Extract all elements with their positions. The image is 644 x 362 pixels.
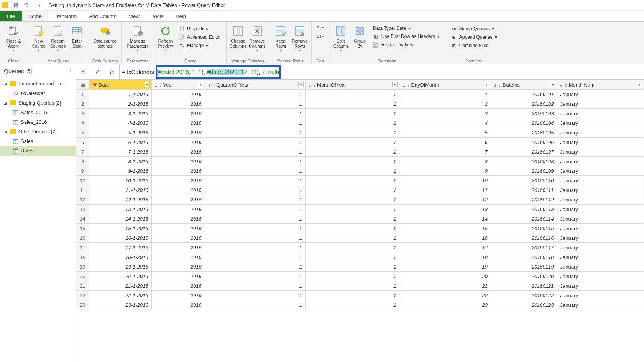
column-filter-button[interactable]: ▾ [198,82,203,87]
column-header[interactable]: AᴮcMonth Nam▾ [557,80,644,90]
manage-button[interactable]: 🗂Manage ▾ [177,42,222,49]
group-new-query-label: New Query [30,58,86,63]
table-row[interactable]: 33-1-2016201611320160103January [76,109,644,118]
manage-parameters-button[interactable]: Manage Parameters [124,23,151,54]
new-source-button[interactable]: New Source [30,23,48,54]
table-row[interactable]: 2020-1-20162016112020160120January [76,272,644,281]
column-filter-button[interactable]: ▾ [298,82,304,87]
split-column-button[interactable]: Split Column [332,23,350,54]
tree-item[interactable]: fxfxCalendar [0,88,76,98]
column-header[interactable]: 📅Date▾ [89,80,152,90]
data-type-button[interactable]: Data Type: Date ▾ [371,25,441,32]
tab-help[interactable]: Help [169,11,192,21]
tab-transform[interactable]: Transform [48,11,83,21]
advanced-editor-button[interactable]: 📝Advanced Editor [177,33,222,41]
data-source-settings-label: Data source settings [94,39,116,48]
table-row[interactable]: 1717-1-20162016111720160117January [76,243,644,252]
undo-button[interactable] [22,2,30,9]
table-row[interactable]: 11-1-2016201611120160101January [76,90,644,99]
table-row[interactable]: 1010-1-20162016111020160110January [76,176,644,185]
sort-asc-button[interactable]: A↓Z [316,25,324,31]
tree-item[interactable]: Dates [0,146,76,156]
tab-add-column[interactable]: Add Column [83,11,123,21]
close-apply-label: Close & Apply [6,39,21,48]
table-row[interactable]: 1818-1-20162016111820160118January [76,252,644,262]
tab-tools[interactable]: Tools [146,11,169,21]
column-filter-button[interactable]: ▾ [550,82,555,87]
tab-file[interactable]: File [0,11,22,21]
table-row[interactable]: 2121-1-20162016112120160121January [76,281,644,291]
tab-view[interactable]: View [123,11,146,21]
enter-data-label: Enter Data [72,39,82,48]
append-queries-button[interactable]: ⊕Append Queries ▾ [449,33,499,41]
table-row[interactable]: 1919-1-20162016111920160119January [76,262,644,272]
table-row[interactable]: 1212-1-20162016111220160112January [76,195,644,205]
refresh-icon [159,25,172,37]
group-parameters-label: Parameters [124,58,151,63]
refresh-preview-button[interactable]: Refresh Preview [156,23,175,54]
cancel-formula-button[interactable]: ✕ [76,64,90,79]
fx-button[interactable]: fx [105,64,120,79]
group-by-button[interactable]: Group By [351,23,369,50]
commit-formula-button[interactable]: ✓ [90,64,105,79]
combine-files-button[interactable]: 🗎Combine Files [449,42,499,49]
sort-desc-button[interactable]: Z↓A [316,33,324,39]
collapse-queries-button[interactable]: 〈 [66,67,72,74]
column-header[interactable]: 1²₃QuarterOfYear▾ [205,80,305,90]
tab-home[interactable]: Home [22,11,48,21]
table-row[interactable]: 1414-1-20162016111420160114January [76,214,644,224]
formula-input[interactable]: = fxCalendar (#date( 2016, 1, 1), #date(… [120,64,644,79]
table-row[interactable]: 77-1-2016201611720160107January [76,147,644,157]
table-row[interactable]: 1111-1-20162016111120160111January [76,185,644,195]
table-row[interactable]: 88-1-2016201611820160108January [76,157,644,166]
column-filter-button[interactable]: ▾ [637,82,642,87]
merge-queries-button[interactable]: ⫗Merge Queries ▾ [449,25,499,33]
column-header[interactable]: 1²₃DateInt▾ [491,80,557,90]
table-row[interactable]: 55-1-2016201611520160105January [76,128,644,138]
data-grid[interactable]: ▦📅Date▾1²₃Year▾1²₃QuarterOfYear▾1²₃Month… [76,80,644,362]
table-row[interactable]: 1313-1-20162016111320160113January [76,205,644,214]
group-by-icon [354,25,366,37]
table-row[interactable]: 99-1-2016201611920160109January [76,166,644,176]
tree-item[interactable]: Sales_2015 [0,108,76,117]
table-row[interactable]: 22-1-2016201611220160102January [76,99,644,109]
column-filter-button[interactable]: ▾ [484,82,489,87]
save-button[interactable] [12,2,20,9]
tree-group[interactable]: ◢Parameters and Fu... [0,79,76,88]
table-row[interactable]: 44-1-2016201611420160104January [76,118,644,128]
table-row[interactable]: 2222-1-20162016112220160122January [76,291,644,300]
table-row[interactable]: 66-1-2016201611620160106January [76,138,644,147]
table-row[interactable]: 2323-1-20162016112320160123January [76,300,644,310]
tree-group[interactable]: ◢Other Queries [2] [0,127,76,136]
choose-columns-button[interactable]: Choose Columns [229,23,247,54]
svg-rect-19 [237,27,240,36]
enter-data-button[interactable]: Enter Data [68,23,86,50]
first-row-headers-button[interactable]: ▦Use First Row as Headers ▾ [371,33,441,40]
tree-group[interactable]: ◢Staging Queries [2] [0,98,76,108]
qat-dropdown[interactable]: ▾ [36,2,43,9]
svg-rect-1 [15,5,18,7]
data-source-settings-button[interactable]: Data source settings [91,23,119,50]
keep-rows-label: Keep Rows [275,39,286,48]
keep-rows-button[interactable]: Keep Rows [271,23,290,54]
column-header[interactable]: 1²₃DayOfMonth▾ [399,80,491,90]
svg-rect-27 [342,27,345,36]
column-header[interactable]: 1²₃Year▾ [151,80,205,90]
column-filter-button[interactable]: ▾ [145,82,150,87]
close-apply-button[interactable]: Close & Apply [2,23,25,54]
remove-rows-button[interactable]: Remove Rows [291,23,309,54]
replace-values-button[interactable]: 🔄Replace Values [371,41,441,49]
table-row[interactable]: 1515-1-20162016111520160115January [76,224,644,233]
column-filter-button[interactable]: ▾ [392,82,398,87]
svg-rect-0 [15,3,17,5]
column-header[interactable]: 1²₃MonthOfYear▾ [306,80,399,90]
tree-item[interactable]: Sales_2016 [0,117,76,127]
table-corner[interactable]: ▦ [76,80,89,90]
tree-item[interactable]: Sales [0,136,76,146]
manage-icon: 🗂 [179,43,185,49]
window-title: Setting up dynamic Start- and Enddates f… [49,2,225,8]
properties-button[interactable]: 📋Properties [177,25,222,33]
recent-sources-button[interactable]: Recent Sources [49,23,67,54]
table-row[interactable]: 1616-1-20162016111620160116January [76,233,644,243]
remove-columns-button[interactable]: Remove Columns [248,23,266,54]
